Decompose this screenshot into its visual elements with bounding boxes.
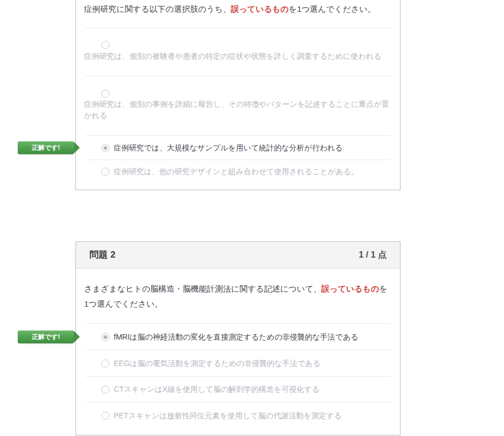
radio-button-selected-icon[interactable] xyxy=(101,144,109,152)
option-row[interactable]: 症例研究は、他の研究デザインと組み合わせて使用されることがある。 xyxy=(76,160,400,184)
question-1-text-after: を1つ選んでください。 xyxy=(289,4,376,13)
radio-button-icon[interactable] xyxy=(101,89,109,98)
option-row[interactable]: EEGは脳の電気活動を測定するための非侵襲的な手法である xyxy=(76,350,400,376)
option-label: 症例研究では、大規模なサンプルを用いて統計的な分析が行われる xyxy=(114,142,343,154)
option-row[interactable]: 症例研究は、個別の事例を詳細に報告し、その特徴やパターンを記述することに重点が置… xyxy=(76,77,400,135)
radio-button-icon[interactable] xyxy=(101,385,109,393)
option-row-selected[interactable]: 正解です! 症例研究では、大規模なサンプルを用いて統計的な分析が行われる xyxy=(76,136,400,160)
option-label: 症例研究は、他の研究デザインと組み合わせて使用されることがある。 xyxy=(114,166,358,177)
question-card-1: 症例研究に関する以下の選択肢のうち、誤っているものを1つ選んでください。 症例研… xyxy=(75,0,401,190)
question-2-score: 1 / 1 点 xyxy=(358,249,386,261)
radio-button-icon[interactable] xyxy=(101,168,109,176)
option-label: CTスキャンはX線を使用して脳の解剖学的構造を可視化する xyxy=(114,384,320,395)
question-2-text: さまざまなヒトの脳構造・脳機能計測法に関する記述について、誤っているものを1つ選… xyxy=(76,268,400,323)
option-row[interactable]: CTスキャンはX線を使用して脳の解剖学的構造を可視化する xyxy=(76,377,400,403)
radio-button-selected-icon[interactable] xyxy=(101,333,109,341)
correct-badge: 正解です! xyxy=(18,330,74,343)
radio-button-icon[interactable] xyxy=(101,412,109,420)
radio-button-icon[interactable] xyxy=(101,41,109,49)
question-2-options: 正解です! fMRIは脳の神経活動の変化を直接測定するための非侵襲的な手法である… xyxy=(76,324,400,435)
question-1-text-before: 症例研究に関する以下の選択肢のうち、 xyxy=(84,4,231,13)
option-label: fMRIは脳の神経活動の変化を直接測定するための非侵襲的な手法である xyxy=(114,331,358,343)
question-2-text-before: さまざまなヒトの脳構造・脳機能計測法に関する記述について、 xyxy=(84,284,321,293)
question-card-2: 問題 2 1 / 1 点 さまざまなヒトの脳構造・脳機能計測法に関する記述につい… xyxy=(75,241,401,435)
question-1-text-highlight: 誤っているもの xyxy=(231,4,288,13)
option-row[interactable]: PETスキャンは放射性同位元素を使用して脳の代謝活動を測定する xyxy=(76,403,400,428)
correct-badge: 正解です! xyxy=(18,141,74,154)
question-2-header: 問題 2 1 / 1 点 xyxy=(76,242,400,268)
option-label: 症例研究は、個別の被験者や患者の特定の症状や状態を詳しく調査するために使われる xyxy=(84,51,382,62)
question-2-text-highlight: 誤っているもの xyxy=(321,284,379,293)
question-1-text: 症例研究に関する以下の選択肢のうち、誤っているものを1つ選んでください。 xyxy=(76,0,400,27)
option-label: PETスキャンは放射性同位元素を使用して脳の代謝活動を測定する xyxy=(114,410,342,421)
option-row-selected[interactable]: 正解です! fMRIは脳の神経活動の変化を直接測定するための非侵襲的な手法である xyxy=(76,324,400,350)
option-label: 症例研究は、個別の事例を詳細に報告し、その特徴やパターンを記述することに重点が置… xyxy=(84,99,389,121)
radio-button-icon[interactable] xyxy=(101,359,109,368)
option-label: EEGは脳の電気活動を測定するための非侵襲的な手法である xyxy=(114,358,321,369)
option-row[interactable]: 症例研究は、個別の被験者や患者の特定の症状や状態を詳しく調査するために使われる xyxy=(76,28,400,76)
question-1-options: 症例研究は、個別の被験者や患者の特定の症状や状態を詳しく調査するために使われる … xyxy=(76,28,400,190)
question-2-title: 問題 2 xyxy=(89,249,115,261)
